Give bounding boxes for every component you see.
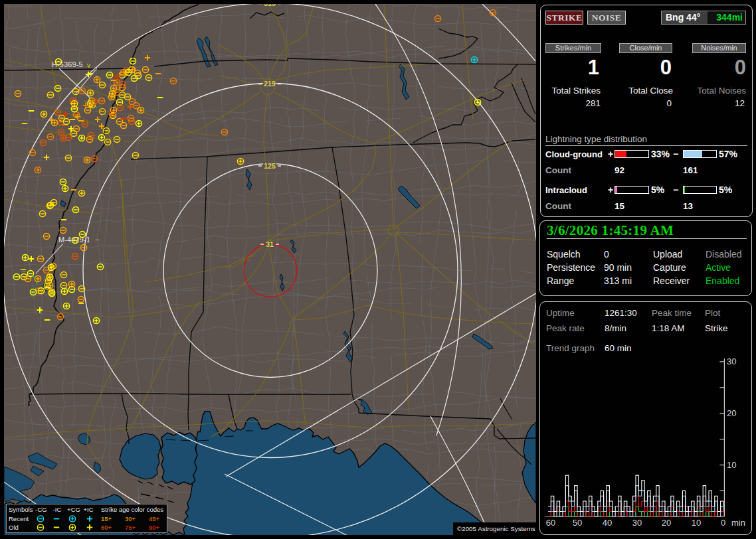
svg-text:125: 125 bbox=[264, 162, 276, 170]
svg-text:30: 30 bbox=[632, 518, 642, 528]
svg-text:31: 31 bbox=[266, 240, 274, 248]
svg-text:Strike age color codes: Strike age color codes bbox=[101, 506, 163, 513]
svg-text:90+: 90+ bbox=[149, 524, 160, 531]
svg-text:0: 0 bbox=[721, 518, 725, 528]
svg-text:+CG: +CG bbox=[67, 506, 80, 513]
svg-text:-IC: -IC bbox=[53, 506, 62, 513]
svg-text:-CG: -CG bbox=[35, 506, 47, 513]
svg-text:Recent: Recent bbox=[9, 515, 29, 522]
svg-text:Old: Old bbox=[9, 524, 19, 531]
svg-text:20: 20 bbox=[727, 408, 736, 418]
svg-text:15+: 15+ bbox=[101, 515, 112, 522]
svg-text:30+: 30+ bbox=[125, 515, 136, 522]
svg-text:60: 60 bbox=[546, 518, 555, 528]
svg-text:−: − bbox=[95, 236, 100, 244]
svg-text:60+: 60+ bbox=[101, 524, 112, 531]
svg-text:219: 219 bbox=[264, 80, 276, 88]
svg-text:Symbols: Symbols bbox=[9, 506, 33, 513]
svg-text:min: min bbox=[731, 518, 745, 528]
svg-text:©2005 Astrogenic Systems: ©2005 Astrogenic Systems bbox=[457, 525, 535, 532]
svg-text:20: 20 bbox=[662, 518, 671, 528]
svg-text:v: v bbox=[87, 62, 90, 69]
svg-text:10: 10 bbox=[727, 460, 736, 470]
svg-text:40: 40 bbox=[603, 518, 612, 528]
svg-text:10: 10 bbox=[692, 518, 701, 528]
svg-text:30: 30 bbox=[727, 356, 736, 366]
svg-text:45+: 45+ bbox=[149, 515, 160, 522]
svg-text:+IC: +IC bbox=[83, 506, 93, 513]
svg-text:75+: 75+ bbox=[125, 524, 136, 531]
svg-text:50: 50 bbox=[573, 518, 582, 528]
